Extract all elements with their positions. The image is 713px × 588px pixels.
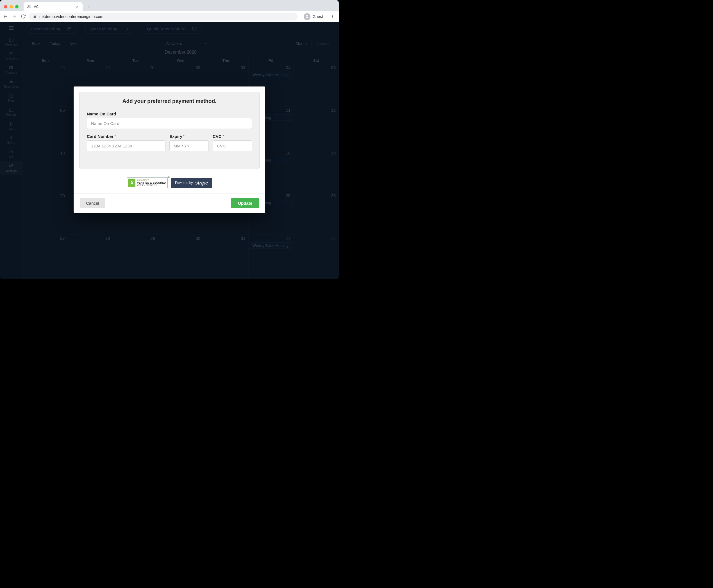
svg-point-11 [332, 17, 333, 18]
godaddy-badge: ® GODADDY VERIFIED & SECURED VERIFY SECU… [127, 177, 168, 188]
browser-chrome: VCI m4demo.videoconferencinginfo.com Gue… [0, 0, 339, 22]
payment-modal: Add your preferred payment method. Name … [74, 86, 265, 213]
browser-tab[interactable]: VCI [24, 2, 83, 11]
expiry-input[interactable] [169, 141, 209, 151]
close-window-icon[interactable] [4, 5, 7, 8]
svg-point-0 [28, 5, 29, 7]
profile-label: Guest [313, 14, 323, 19]
svg-rect-7 [34, 16, 36, 18]
security-badges: ® GODADDY VERIFIED & SECURED VERIFY SECU… [74, 174, 265, 193]
reload-icon[interactable] [21, 14, 25, 19]
new-tab-button[interactable] [85, 3, 93, 11]
cvc-label: CVC [213, 134, 252, 139]
godaddy-bot: VERIFY SECURITY [137, 184, 166, 187]
expiry-label: Expiry [169, 134, 209, 139]
payment-panel: Add your preferred payment method. Name … [79, 92, 260, 168]
stripe-badge: Powered by stripe [171, 178, 212, 188]
card-number-input[interactable] [87, 141, 165, 151]
avatar-icon [304, 13, 310, 20]
maximize-window-icon[interactable] [15, 5, 19, 8]
shield-lock-icon [128, 178, 136, 187]
svg-rect-43 [130, 183, 133, 184]
update-button[interactable]: Update [231, 198, 259, 208]
profile-chip[interactable]: Guest [301, 13, 326, 21]
url-text: m4demo.videoconferencinginfo.com [39, 14, 103, 19]
tab-title: VCI [34, 5, 40, 9]
nav-forward-icon [12, 14, 17, 19]
name-on-card-input[interactable] [87, 118, 252, 129]
stripe-logo-icon: stripe [195, 180, 208, 186]
lock-icon [33, 15, 37, 18]
svg-point-10 [332, 16, 333, 17]
cancel-button[interactable]: Cancel [80, 198, 105, 208]
stripe-prefix: Powered by [175, 181, 193, 185]
cvc-input[interactable] [213, 141, 252, 151]
url-bar[interactable]: m4demo.videoconferencinginfo.com [29, 13, 298, 21]
modal-overlay: Add your preferred payment method. Name … [0, 22, 339, 279]
minimize-window-icon[interactable] [9, 5, 13, 8]
app-root: MeetingsInvitationsContactsRecordingsFil… [0, 22, 339, 279]
window-controls [4, 5, 19, 8]
svg-point-8 [306, 15, 308, 16]
close-tab-icon[interactable] [76, 5, 79, 9]
svg-point-9 [332, 15, 333, 16]
modal-footer: Cancel Update [74, 193, 265, 213]
nav-back-icon[interactable] [3, 14, 8, 19]
modal-title: Add your preferred payment method. [87, 98, 252, 104]
card-number-label: Card Number [87, 134, 165, 139]
favicon-icon [27, 4, 32, 9]
browser-menu-icon[interactable] [329, 14, 336, 19]
name-on-card-label: Name On Card [87, 111, 252, 116]
